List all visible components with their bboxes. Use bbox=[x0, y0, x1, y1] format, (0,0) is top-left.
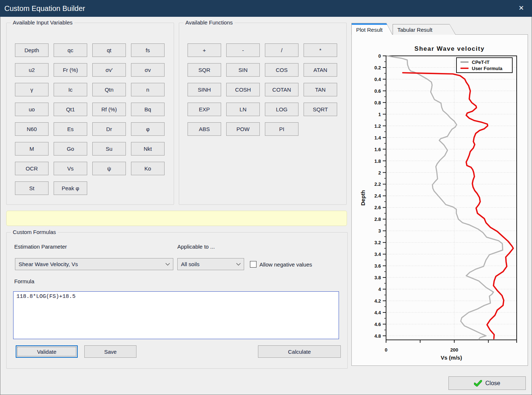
function-button[interactable]: EXP bbox=[188, 103, 221, 116]
variable-button[interactable]: Ko bbox=[131, 162, 165, 175]
function-button[interactable]: + bbox=[188, 43, 221, 57]
applicable-to-select[interactable]: All soils bbox=[177, 258, 244, 270]
svg-text:CPeT-IT: CPeT-IT bbox=[472, 60, 489, 65]
custom-equation-builder-dialog: Custom Equation Builder ✕ Available Inpu… bbox=[0, 0, 532, 395]
variable-button[interactable]: fs bbox=[131, 43, 165, 57]
function-button[interactable]: COS bbox=[265, 63, 298, 77]
function-button[interactable]: PI bbox=[265, 122, 298, 136]
svg-text:4.6: 4.6 bbox=[374, 322, 381, 327]
variable-button[interactable]: Nkt bbox=[131, 142, 165, 156]
variable-button[interactable]: Dr bbox=[92, 122, 126, 136]
group-label: Available Functions bbox=[184, 19, 235, 26]
svg-text:1: 1 bbox=[378, 112, 381, 117]
tab-plot-result[interactable]: Plot Result bbox=[351, 23, 393, 35]
svg-text:0.8: 0.8 bbox=[374, 100, 381, 106]
allow-negative-checkbox[interactable] bbox=[250, 261, 257, 268]
variable-button[interactable]: φ bbox=[131, 122, 165, 136]
function-button[interactable]: LOG bbox=[265, 103, 298, 116]
estimation-parameter-select[interactable]: Shear Wave Velocity, Vs bbox=[15, 258, 173, 270]
function-button[interactable]: SQR bbox=[188, 63, 221, 77]
svg-text:2.6: 2.6 bbox=[374, 205, 381, 210]
function-button[interactable]: ATAN bbox=[304, 63, 337, 77]
checkmark-icon bbox=[474, 380, 482, 387]
function-button[interactable]: SINH bbox=[188, 83, 221, 96]
variable-button[interactable]: M bbox=[15, 142, 49, 156]
variable-button[interactable]: qt bbox=[92, 43, 126, 57]
chevron-down-icon bbox=[236, 263, 241, 266]
variable-button[interactable]: Qtn bbox=[92, 83, 126, 96]
svg-text:4: 4 bbox=[378, 287, 381, 292]
variable-button[interactable]: ψ bbox=[92, 162, 126, 175]
svg-text:Shear Wave velocity: Shear Wave velocity bbox=[415, 45, 485, 52]
function-button[interactable]: SQRT bbox=[304, 103, 337, 116]
svg-text:3.4: 3.4 bbox=[374, 252, 381, 257]
variable-button[interactable]: σv' bbox=[92, 63, 126, 77]
group-available-functions: Available Functions +-/*SQRSINCOSATANSIN… bbox=[179, 23, 347, 205]
formula-label: Formula bbox=[14, 278, 34, 284]
variable-button[interactable]: σv bbox=[131, 63, 165, 77]
function-button[interactable]: SIN bbox=[226, 63, 260, 77]
window-title: Custom Equation Builder bbox=[4, 0, 85, 17]
function-button[interactable]: * bbox=[304, 43, 337, 57]
variable-button[interactable]: OCR bbox=[15, 162, 49, 175]
tab-fill: Plot Result bbox=[352, 23, 392, 35]
applicable-to-label: Applicable to ... bbox=[177, 243, 215, 250]
variable-button[interactable]: γ bbox=[15, 83, 49, 96]
variable-button[interactable]: uo bbox=[15, 103, 49, 116]
shear-wave-chart: 00.20.40.60.811.21.41.61.822.22.42.62.83… bbox=[352, 35, 528, 365]
svg-text:2: 2 bbox=[378, 170, 381, 176]
save-button[interactable]: Save bbox=[84, 345, 136, 358]
variable-button[interactable]: Rf (%) bbox=[92, 103, 126, 116]
formula-textarea[interactable]: 118.8*LOG(FS)+18.5 bbox=[13, 291, 339, 339]
function-button[interactable]: COSH bbox=[226, 83, 260, 96]
function-button[interactable]: - bbox=[226, 43, 260, 57]
function-button[interactable]: LN bbox=[226, 103, 260, 116]
variable-button[interactable]: St bbox=[15, 181, 49, 195]
allow-negative-label: Allow negative values bbox=[259, 261, 312, 268]
variable-button[interactable]: Vs bbox=[54, 162, 87, 175]
variable-button[interactable]: Depth bbox=[15, 43, 49, 57]
variable-button[interactable]: qc bbox=[54, 43, 87, 57]
variable-button[interactable]: Go bbox=[54, 142, 87, 156]
svg-text:Depth: Depth bbox=[360, 190, 366, 206]
tab-label: Plot Result bbox=[356, 27, 383, 33]
svg-text:User Formula: User Formula bbox=[472, 66, 503, 71]
validate-button[interactable]: Validate bbox=[16, 345, 78, 358]
variable-button[interactable]: Bq bbox=[131, 103, 165, 116]
tab-fill: Tabular Result bbox=[393, 24, 455, 35]
svg-text:3.2: 3.2 bbox=[374, 240, 381, 245]
estimation-parameter-value: Shear Wave Velocity, Vs bbox=[19, 261, 78, 267]
svg-text:1.2: 1.2 bbox=[374, 123, 381, 129]
variable-button[interactable]: N60 bbox=[15, 122, 49, 136]
variable-button[interactable]: Su bbox=[92, 142, 126, 156]
group-custom-formulas: Custom Formulas Estimation Parameter She… bbox=[6, 232, 348, 369]
svg-text:1.8: 1.8 bbox=[374, 158, 381, 164]
svg-text:1.4: 1.4 bbox=[374, 135, 381, 141]
close-button[interactable]: Close bbox=[448, 376, 526, 390]
variable-button[interactable]: n bbox=[131, 83, 165, 96]
tab-active-accent bbox=[352, 23, 392, 25]
svg-text:3.8: 3.8 bbox=[374, 275, 381, 280]
group-label: Custom Formulas bbox=[11, 229, 58, 235]
svg-text:4.4: 4.4 bbox=[374, 310, 381, 315]
variable-button[interactable]: Fr (%) bbox=[54, 63, 87, 77]
function-button[interactable]: / bbox=[265, 43, 298, 57]
variable-button[interactable]: u2 bbox=[15, 63, 49, 77]
variable-button[interactable]: Ic bbox=[54, 83, 87, 96]
variable-button[interactable]: Qt1 bbox=[54, 103, 87, 116]
function-button-grid: +-/*SQRSINCOSATANSINHCOSHCOTANTANEXPLNLO… bbox=[188, 43, 337, 136]
close-icon[interactable]: ✕ bbox=[518, 0, 524, 16]
tab-tabular-result[interactable]: Tabular Result bbox=[393, 24, 456, 35]
function-button[interactable]: ABS bbox=[188, 122, 221, 136]
svg-text:3.6: 3.6 bbox=[374, 263, 381, 269]
group-available-input-variables: Available Input Variables Depthqcqtfsu2F… bbox=[6, 23, 174, 205]
close-button-label: Close bbox=[485, 380, 500, 387]
svg-text:2.2: 2.2 bbox=[374, 181, 381, 187]
calculate-button[interactable]: Calculate bbox=[258, 345, 341, 358]
variable-button[interactable]: Peak φ bbox=[54, 181, 87, 195]
variable-button[interactable]: Es bbox=[54, 122, 87, 136]
function-button[interactable]: TAN bbox=[304, 83, 337, 96]
function-button[interactable]: POW bbox=[226, 122, 260, 136]
function-button[interactable]: COTAN bbox=[265, 83, 298, 96]
tab-label: Tabular Result bbox=[397, 27, 432, 33]
